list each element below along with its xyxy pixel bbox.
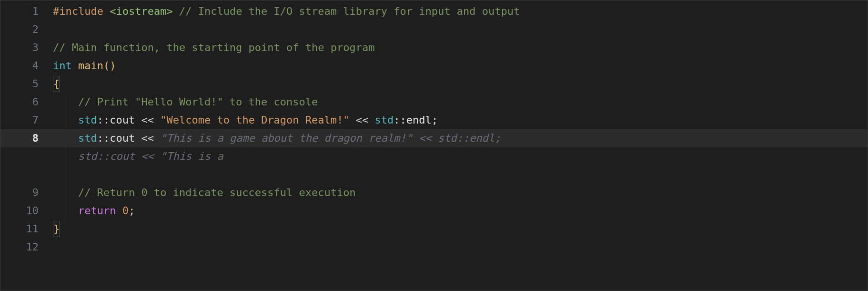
parentheses: () bbox=[103, 60, 116, 72]
comment: // Main function, the starting point of … bbox=[53, 42, 375, 53]
line-number: 12 bbox=[0, 238, 39, 256]
comment: // Include the I/O stream library for in… bbox=[179, 5, 520, 17]
identifier: endl bbox=[406, 114, 432, 126]
code-line[interactable]: int main() bbox=[53, 57, 868, 75]
line-number: 7 bbox=[0, 111, 39, 129]
code-line-empty[interactable] bbox=[53, 21, 868, 39]
code-line-empty[interactable] bbox=[53, 166, 868, 184]
namespace: std bbox=[375, 114, 394, 126]
code-line[interactable]: // Print "Hello World!" to the console bbox=[53, 93, 868, 111]
number-literal: 0 bbox=[122, 205, 129, 217]
code-line[interactable]: #include <iostream> // Include the I/O s… bbox=[53, 2, 868, 21]
keyword: return bbox=[78, 205, 116, 217]
close-brace: } bbox=[53, 221, 60, 237]
namespace: std bbox=[78, 114, 97, 126]
preprocessor-directive: #include bbox=[53, 5, 103, 17]
code-line[interactable]: { bbox=[53, 75, 868, 93]
line-number: 11 bbox=[0, 220, 39, 238]
line-number-active: 8 bbox=[0, 129, 39, 147]
inline-suggestion[interactable]: "This is a game about the dragon realm!"… bbox=[160, 132, 501, 144]
identifier: cout bbox=[110, 132, 135, 144]
line-number: 3 bbox=[0, 39, 39, 57]
scope-operator: :: bbox=[97, 132, 110, 144]
code-editor[interactable]: 1 2 3 4 5 6 7 8 9 10 11 12 #include <ios… bbox=[0, 0, 868, 291]
namespace: std bbox=[78, 132, 97, 144]
string-literal: "Welcome to the Dragon Realm!" bbox=[160, 114, 349, 126]
comment: // Print "Hello World!" to the console bbox=[78, 96, 318, 108]
code-line-active[interactable]: std::cout << "This is a game about the d… bbox=[53, 129, 868, 147]
identifier: cout bbox=[110, 114, 135, 126]
operator: << bbox=[135, 132, 160, 144]
line-number: 2 bbox=[0, 21, 39, 39]
operator: << bbox=[350, 114, 375, 126]
line-number: 9 bbox=[0, 184, 39, 202]
line-number: 10 bbox=[0, 202, 39, 220]
code-line[interactable]: std::cout << "Welcome to the Dragon Real… bbox=[53, 111, 868, 129]
inline-suggestion-continuation: std::cout << "This is a bbox=[78, 150, 223, 162]
comment: // Return 0 to indicate successful execu… bbox=[78, 187, 356, 198]
code-line[interactable]: // Return 0 to indicate successful execu… bbox=[53, 184, 868, 202]
code-line[interactable]: // Main function, the starting point of … bbox=[53, 39, 868, 57]
line-number: 1 bbox=[0, 2, 39, 21]
line-number: 4 bbox=[0, 57, 39, 75]
open-brace: { bbox=[53, 76, 60, 92]
scope-operator: :: bbox=[97, 114, 110, 126]
code-line[interactable]: return 0; bbox=[53, 202, 868, 220]
code-area[interactable]: #include <iostream> // Include the I/O s… bbox=[53, 2, 868, 291]
line-number-wrap-spacer bbox=[0, 147, 39, 184]
operator: << bbox=[135, 114, 160, 126]
semicolon: ; bbox=[432, 114, 438, 126]
scope-operator: :: bbox=[394, 114, 406, 126]
line-number: 6 bbox=[0, 93, 39, 111]
line-number-gutter: 1 2 3 4 5 6 7 8 9 10 11 12 bbox=[0, 2, 53, 291]
code-line[interactable]: } bbox=[53, 220, 868, 238]
semicolon: ; bbox=[129, 205, 135, 217]
function-name: main bbox=[78, 60, 103, 72]
inline-suggestion-wrap[interactable]: std::cout << "This is a bbox=[53, 147, 868, 166]
line-number: 5 bbox=[0, 75, 39, 93]
include-target: <iostream> bbox=[110, 5, 172, 17]
type-keyword: int bbox=[53, 60, 72, 72]
